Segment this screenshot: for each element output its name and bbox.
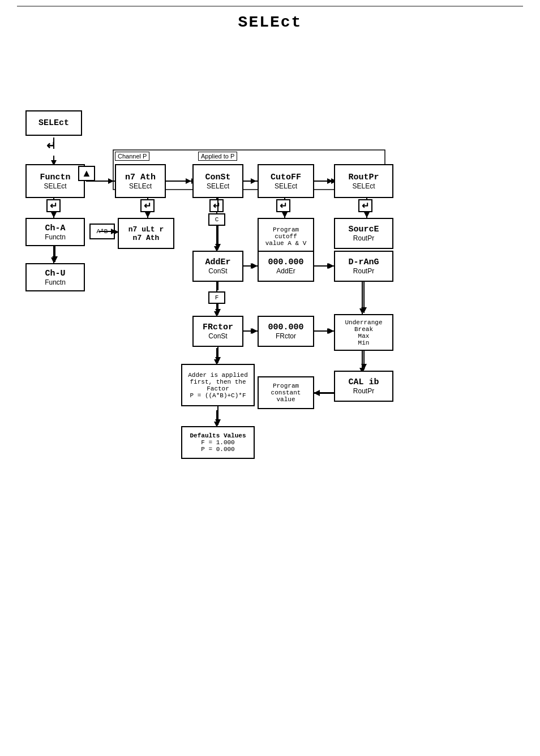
svg-marker-78 [186, 178, 191, 184]
underrange-line2: Break [354, 326, 373, 333]
factor-sub: ConSt [208, 332, 227, 340]
enter-arrow-functn: ↵ [46, 199, 61, 212]
source-box: SourcE RoutPr [334, 218, 393, 249]
svg-marker-82 [327, 178, 333, 184]
d-rang-box: D-rAnG RoutPr [334, 251, 393, 282]
cutoff-sub: SELEct [275, 182, 297, 190]
factor-000000-sub: FRctor [276, 332, 296, 340]
enter-arrow-const: ↵ [209, 199, 224, 212]
program-cutoff-line2: cutoff [275, 233, 297, 240]
functn-sub: SELEct [44, 182, 66, 190]
functn-select-box: Functn SELEct [25, 164, 85, 198]
ch-a-sub: Functn [45, 233, 66, 241]
svg-marker-31 [328, 263, 334, 269]
n7-ult-box: n7 uLt r n7 Ath [118, 218, 174, 249]
svg-marker-63 [361, 307, 367, 313]
n7-ult-label: n7 uLt r [128, 225, 164, 234]
functn-label: Functn [40, 173, 70, 182]
defaults-line3: P = 0.000 [201, 446, 234, 453]
const-sub: SELEct [207, 182, 229, 190]
cal-ib-box: CAL ib RoutPr [334, 371, 393, 402]
svg-marker-67 [251, 263, 256, 269]
adder-const-box: AddEr ConSt [192, 251, 243, 282]
program-constant-line3: value [276, 396, 295, 403]
cal-ib-label: CAL ib [348, 377, 379, 387]
underrange-line4: Min [358, 340, 370, 346]
cal-ib-sub: RoutPr [353, 387, 374, 395]
routpr-box: RoutPr SELEct [334, 164, 393, 198]
defaults-box: Defaults Values F = 1.000 P = 0.000 [181, 426, 255, 459]
svg-marker-80 [251, 178, 256, 184]
program-constant-box: Program constant value [258, 376, 314, 409]
diagram-arrows [0, 42, 540, 665]
underrange-line1: Underrange [345, 319, 382, 326]
svg-marker-65 [361, 364, 367, 370]
f-label-box: F [208, 291, 225, 304]
routpr-label: RoutPr [348, 173, 379, 182]
diagram-area: SELEct ↵ Functn SELEct ▲ Channel P n7 At… [0, 42, 540, 665]
ch-u-box: Ch-U Functn [25, 263, 85, 291]
adder-sub: ConSt [208, 267, 227, 275]
program-constant-line1: Program [273, 383, 299, 389]
svg-marker-76 [108, 178, 114, 184]
svg-marker-12 [51, 212, 57, 218]
underrange-box: Underrange Break Max Min [334, 314, 393, 351]
page-title: SELEct [0, 14, 540, 31]
underrange-line3: Max [358, 333, 370, 340]
a-star-b-box: A*B [89, 224, 115, 239]
program-cutoff-box: Program cutoff value A & V [258, 218, 314, 255]
svg-marker-18 [282, 212, 288, 218]
defaults-line1: Defaults Values [190, 432, 246, 439]
defaults-line2: F = 1.000 [201, 439, 234, 446]
enter-arrow-cutoff: ↵ [276, 199, 290, 212]
d-rang-sub: RoutPr [353, 267, 374, 275]
cutoff-label: CutoFF [271, 173, 301, 182]
adder-applied-line1: Adder is applied [188, 372, 248, 379]
factor-000000-box: 000.000 FRctor [258, 316, 314, 347]
svg-marker-20 [364, 212, 370, 218]
enter-arrow-n7ath: ↵ [140, 199, 155, 212]
program-cutoff-line1: Program [273, 226, 299, 233]
adder-applied-box: Adder is applied first, then the Factor … [181, 364, 255, 406]
ch-u-label: Ch-U [45, 269, 65, 278]
svg-marker-73 [327, 328, 333, 334]
svg-marker-14 [145, 212, 151, 218]
ch-a-label: Ch-A [45, 224, 65, 233]
cutoff-box: CutoFF SELEct [258, 164, 314, 198]
svg-marker-36 [252, 328, 258, 334]
up-arrow-icon: ▲ [78, 166, 95, 181]
factor-label: FRctor [203, 323, 233, 332]
svg-marker-22 [51, 257, 57, 263]
n7-ath-box: n7 Ath SELEct [115, 164, 166, 198]
const-label: ConSt [205, 173, 230, 182]
routpr-sub: SELEct [352, 182, 375, 190]
adder-applied-line2: first, then the [190, 379, 246, 385]
factor-const-box: FRctor ConSt [192, 316, 243, 347]
a-star-b-label: A*B [97, 228, 108, 235]
enter-arrow-1: ↵ [46, 139, 56, 152]
applied-to-p-label: Applied to P [198, 152, 237, 161]
svg-marker-51 [314, 390, 320, 396]
svg-marker-38 [328, 328, 334, 334]
enter-arrow-routpr: ↵ [358, 199, 372, 212]
n7-ath-sub: SELEct [129, 182, 152, 190]
channel-p-label: Channel P [115, 152, 149, 161]
d-rang-label: D-rAnG [348, 257, 379, 267]
svg-marker-29 [252, 263, 258, 269]
program-cutoff-line3: value A & V [265, 240, 307, 247]
const-box: ConSt SELEct [192, 164, 243, 198]
svg-marker-69 [327, 263, 333, 269]
top-divider [17, 6, 523, 7]
program-constant-line2: constant [271, 389, 301, 396]
ch-a-box: Ch-A Functn [25, 218, 85, 246]
f-label: F [215, 294, 219, 301]
c-label: C [215, 216, 219, 223]
adder-000000-box: 000.000 AddEr [258, 251, 314, 282]
n7-ath-label: n7 Ath [125, 173, 156, 182]
svg-marker-44 [314, 390, 320, 396]
n7-ult-sub: n7 Ath [133, 234, 160, 242]
ch-u-sub: Functn [45, 278, 66, 286]
adder-applied-line4: P = ((A*B)+C)*F [190, 392, 246, 399]
adder-000000-sub: AddEr [276, 267, 295, 275]
svg-marker-71 [251, 328, 256, 334]
